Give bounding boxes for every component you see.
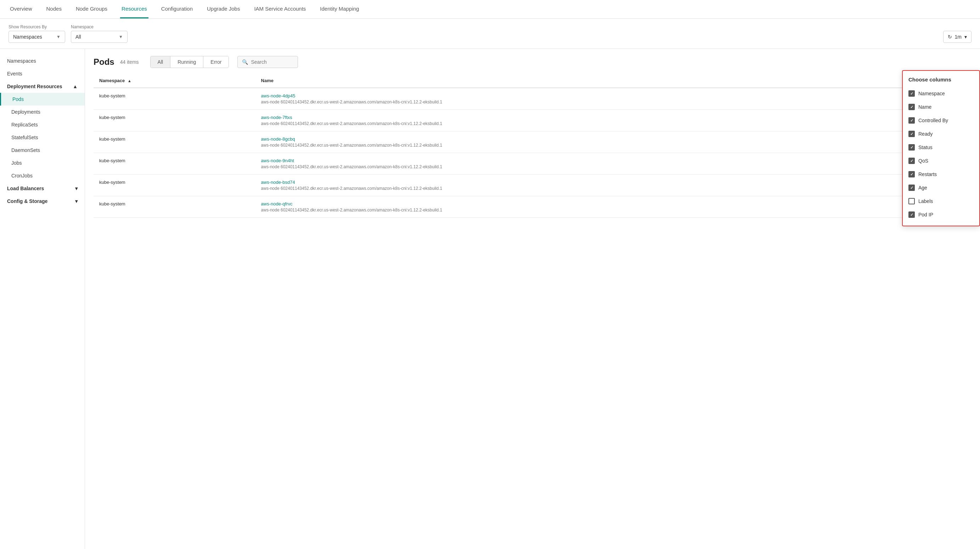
sidebar-section-config-storage[interactable]: Config & Storage ▾ bbox=[0, 195, 85, 208]
column-chooser-item[interactable]: Pod IP bbox=[903, 208, 979, 221]
sidebar-section-expand-icon: ▲ bbox=[73, 84, 78, 89]
col-name-label: Name bbox=[261, 78, 274, 83]
sidebar-item-events[interactable]: Events bbox=[0, 67, 85, 80]
column-label: Status bbox=[918, 144, 932, 150]
column-label: Controlled By bbox=[918, 117, 948, 123]
sidebar-item-pods[interactable]: Pods bbox=[0, 93, 85, 106]
namespace-value: All bbox=[75, 34, 81, 40]
namespace-chevron-icon: ▼ bbox=[119, 34, 123, 39]
pod-image: aws-node 602401143452.dkr.ecr.us-west-2.… bbox=[261, 143, 442, 148]
sidebar-config-storage-label: Config & Storage bbox=[7, 198, 48, 204]
column-checkbox[interactable] bbox=[908, 131, 915, 137]
namespace-group: Namespace All ▼ bbox=[71, 24, 127, 43]
search-box[interactable]: 🔍 bbox=[237, 56, 298, 68]
sidebar-item-replicasets[interactable]: ReplicaSets bbox=[0, 118, 85, 131]
column-chooser-item[interactable]: Ready bbox=[903, 127, 979, 141]
nav-item-node-groups[interactable]: Node Groups bbox=[75, 0, 109, 18]
cell-name: aws-node-qfrvc aws-node 602401143452.dkr… bbox=[255, 196, 972, 218]
column-label: Labels bbox=[918, 198, 933, 204]
pod-name-link[interactable]: aws-node-4dp45 bbox=[261, 93, 966, 98]
nav-item-iam-service-accounts[interactable]: IAM Service Accounts bbox=[253, 0, 307, 18]
sidebar-section-load-balancers[interactable]: Load Balancers ▾ bbox=[0, 182, 85, 195]
filter-all-button[interactable]: All bbox=[151, 56, 171, 68]
col-name[interactable]: Name bbox=[255, 74, 972, 88]
filter-running-button[interactable]: Running bbox=[170, 56, 204, 68]
sidebar-item-cronjobs[interactable]: CronJobs bbox=[0, 169, 85, 182]
table-row: kube-system aws-node-qfrvc aws-node 6024… bbox=[94, 196, 972, 218]
pod-name-link[interactable]: aws-node-8gcbq bbox=[261, 136, 966, 142]
cell-name: aws-node-7ftxs aws-node 602401143452.dkr… bbox=[255, 110, 972, 132]
search-input[interactable] bbox=[251, 59, 293, 65]
pod-image: aws-node 602401143452.dkr.ecr.us-west-2.… bbox=[261, 186, 442, 191]
nav-item-overview[interactable]: Overview bbox=[8, 0, 33, 18]
show-resources-by-value: Namespaces bbox=[13, 34, 42, 40]
nav-item-nodes[interactable]: Nodes bbox=[45, 0, 63, 18]
show-resources-by-label: Show Resources By bbox=[8, 24, 65, 29]
pod-name-link[interactable]: aws-node-bsd74 bbox=[261, 179, 966, 185]
col-namespace[interactable]: Namespace ▲ bbox=[94, 74, 255, 88]
nav-item-resources[interactable]: Resources bbox=[120, 0, 148, 18]
column-chooser-item[interactable]: Labels bbox=[903, 194, 979, 208]
sidebar-item-jobs[interactable]: Jobs bbox=[0, 157, 85, 169]
cell-namespace: kube-system bbox=[94, 153, 255, 175]
toolbar: Show Resources By Namespaces ▼ Namespace… bbox=[0, 19, 980, 49]
column-chooser-item[interactable]: Namespace bbox=[903, 87, 979, 100]
column-checkbox[interactable] bbox=[908, 104, 915, 110]
column-label: Namespace bbox=[918, 90, 945, 96]
pod-name-link[interactable]: aws-node-9n4ht bbox=[261, 158, 966, 163]
show-resources-chevron-icon: ▼ bbox=[56, 34, 60, 39]
nav-item-identity-mapping[interactable]: Identity Mapping bbox=[318, 0, 360, 18]
cell-namespace: kube-system bbox=[94, 196, 255, 218]
sidebar-item-statefulsets[interactable]: StatefulSets bbox=[0, 131, 85, 144]
column-chooser-item[interactable]: Restarts bbox=[903, 168, 979, 181]
table-row: kube-system aws-node-7ftxs aws-node 6024… bbox=[94, 110, 972, 132]
column-checkbox[interactable] bbox=[908, 158, 915, 164]
sidebar-item-daemonsets[interactable]: DaemonSets bbox=[0, 144, 85, 157]
pod-image: aws-node 602401143452.dkr.ecr.us-west-2.… bbox=[261, 100, 442, 105]
show-resources-by-dropdown[interactable]: Namespaces ▼ bbox=[8, 31, 65, 43]
column-checkbox[interactable] bbox=[908, 144, 915, 151]
refresh-interval: 1m bbox=[955, 34, 962, 40]
namespace-label: Namespace bbox=[71, 24, 127, 29]
column-chooser-item[interactable]: Name bbox=[903, 100, 979, 114]
sidebar-load-balancers-label: Load Balancers bbox=[7, 186, 44, 191]
column-chooser-title: Choose columns bbox=[903, 75, 979, 87]
column-checkbox[interactable] bbox=[908, 211, 915, 218]
column-checkbox[interactable] bbox=[908, 90, 915, 97]
column-checkbox[interactable] bbox=[908, 171, 915, 178]
column-chooser-item[interactable]: Controlled By bbox=[903, 114, 979, 127]
column-chooser-item[interactable]: Age bbox=[903, 181, 979, 194]
pod-name-link[interactable]: aws-node-qfrvc bbox=[261, 201, 966, 206]
table-row: kube-system aws-node-4dp45 aws-node 6024… bbox=[94, 88, 972, 110]
column-label: Age bbox=[918, 185, 927, 190]
column-label: QoS bbox=[918, 158, 928, 163]
pods-count: 44 items bbox=[120, 59, 139, 65]
filter-error-button[interactable]: Error bbox=[204, 56, 229, 68]
sidebar-section-label: Deployment Resources bbox=[7, 84, 62, 89]
cell-namespace: kube-system bbox=[94, 88, 255, 110]
nav-item-configuration[interactable]: Configuration bbox=[160, 0, 194, 18]
table-row: kube-system aws-node-bsd74 aws-node 6024… bbox=[94, 175, 972, 196]
column-checkbox[interactable] bbox=[908, 117, 915, 124]
top-navigation: Overview Nodes Node Groups Resources Con… bbox=[0, 0, 980, 19]
column-checkbox[interactable] bbox=[908, 184, 915, 191]
column-chooser-item[interactable]: QoS bbox=[903, 154, 979, 168]
pod-name-link[interactable]: aws-node-7ftxs bbox=[261, 115, 966, 120]
main-layout: Namespaces Events Deployment Resources ▲… bbox=[0, 49, 980, 549]
namespace-dropdown[interactable]: All ▼ bbox=[71, 31, 127, 43]
refresh-chevron-icon: ▾ bbox=[964, 34, 967, 40]
pods-title: Pods bbox=[94, 57, 115, 67]
column-checkbox[interactable] bbox=[908, 198, 915, 205]
sidebar-item-deployments[interactable]: Deployments bbox=[0, 106, 85, 118]
pods-table: Namespace ▲ Name kube-system aws-node-4d… bbox=[94, 74, 972, 218]
show-resources-by-group: Show Resources By Namespaces ▼ bbox=[8, 24, 65, 43]
refresh-button[interactable]: ↻ 1m ▾ bbox=[943, 31, 972, 43]
column-chooser-item[interactable]: Status bbox=[903, 141, 979, 154]
sidebar-section-deployment-resources[interactable]: Deployment Resources ▲ bbox=[0, 80, 85, 93]
sidebar-item-namespaces[interactable]: Namespaces bbox=[0, 54, 85, 67]
pod-image: aws-node 602401143452.dkr.ecr.us-west-2.… bbox=[261, 208, 442, 213]
sidebar-config-storage-expand-icon: ▾ bbox=[75, 198, 78, 204]
nav-item-upgrade-jobs[interactable]: Upgrade Jobs bbox=[205, 0, 241, 18]
sidebar: Namespaces Events Deployment Resources ▲… bbox=[0, 49, 85, 549]
pod-image: aws-node 602401143452.dkr.ecr.us-west-2.… bbox=[261, 164, 442, 169]
